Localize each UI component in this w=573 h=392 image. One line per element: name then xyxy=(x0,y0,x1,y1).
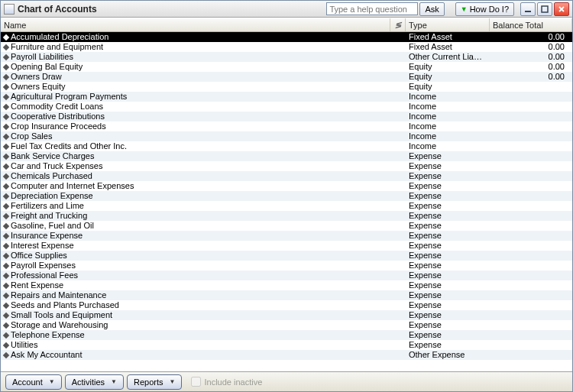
diamond-icon xyxy=(3,163,9,169)
lightning-icon: ≶ xyxy=(395,21,401,29)
account-name-cell: Repairs and Maintenance xyxy=(1,290,390,300)
account-type-cell: Income xyxy=(406,121,490,131)
table-row[interactable]: Fuel Tax Credits and Other Inc.Income xyxy=(1,141,572,151)
table-row[interactable]: Commodity Credit LoansIncome xyxy=(1,102,572,112)
table-row[interactable]: Small Tools and EquipmentExpense xyxy=(1,310,572,320)
diamond-icon xyxy=(3,292,9,298)
chart-of-accounts-window: Chart of Accounts Ask ▼ How Do I? Name ≶… xyxy=(0,0,573,392)
table-row[interactable]: Payroll LiabilitiesOther Current Liabi..… xyxy=(1,52,572,62)
table-row[interactable]: Professional FeesExpense xyxy=(1,271,572,280)
table-row[interactable]: Cooperative DistributionsIncome xyxy=(1,112,572,121)
diamond-icon xyxy=(3,312,9,318)
table-row[interactable]: Repairs and MaintenanceExpense xyxy=(1,290,572,300)
account-name: Payroll Liabilities xyxy=(11,52,73,62)
table-row[interactable]: Owners DrawEquity0.00 xyxy=(1,72,572,82)
account-name-cell: Commodity Credit Loans xyxy=(1,102,390,112)
table-row[interactable]: Fertilizers and LimeExpense xyxy=(1,201,572,211)
table-row[interactable]: Accumulated DepreciationFixed Asset0.00 xyxy=(1,32,572,42)
diamond-icon xyxy=(3,103,9,109)
table-row[interactable]: Storage and WarehousingExpense xyxy=(1,320,572,330)
how-do-i-button[interactable]: ▼ How Do I? xyxy=(455,2,514,16)
online-cell xyxy=(390,320,406,330)
account-name-cell: Bank Service Charges xyxy=(1,151,390,161)
account-name: Seeds and Plants Purchased xyxy=(11,300,119,310)
table-row[interactable]: Payroll ExpensesExpense xyxy=(1,261,572,271)
window-title: Chart of Accounts xyxy=(18,4,97,15)
diamond-icon xyxy=(3,242,9,248)
balance-cell xyxy=(490,271,572,280)
balance-cell xyxy=(490,350,572,360)
help-search-input[interactable] xyxy=(326,2,418,15)
account-type-cell: Expense xyxy=(406,241,490,251)
diamond-icon xyxy=(3,153,9,159)
account-type-cell: Income xyxy=(406,92,490,102)
account-name-cell: Gasoline, Fuel and Oil xyxy=(1,221,390,231)
account-type-cell: Expense xyxy=(406,290,490,300)
table-row[interactable]: UtilitiesExpense xyxy=(1,340,572,350)
table-row[interactable]: Computer and Internet ExpensesExpense xyxy=(1,181,572,191)
online-cell xyxy=(390,310,406,320)
account-name-cell: Owners Draw xyxy=(1,72,390,82)
account-name: Crop Insurance Proceeds xyxy=(11,121,106,131)
table-row[interactable]: Agricultural Program PaymentsIncome xyxy=(1,92,572,102)
include-inactive-wrapper: Include inactive xyxy=(191,377,262,387)
balance-cell xyxy=(490,151,572,161)
balance-cell xyxy=(490,241,572,251)
account-name: Professional Fees xyxy=(11,271,78,280)
table-row[interactable]: Seeds and Plants PurchasedExpense xyxy=(1,300,572,310)
account-name-cell: Owners Equity xyxy=(1,82,390,92)
table-row[interactable]: Depreciation ExpenseExpense xyxy=(1,191,572,201)
balance-cell: 0.00 xyxy=(490,42,572,52)
header-online[interactable]: ≶ xyxy=(390,18,406,31)
reports-menu-button[interactable]: Reports▼ xyxy=(127,374,182,390)
table-row[interactable]: Telephone ExpenseExpense xyxy=(1,330,572,340)
maximize-button[interactable] xyxy=(537,2,552,16)
ask-button[interactable]: Ask xyxy=(419,2,444,16)
table-row[interactable]: Bank Service ChargesExpense xyxy=(1,151,572,161)
account-name-cell: Crop Sales xyxy=(1,131,390,141)
activities-menu-button[interactable]: Activities▼ xyxy=(65,374,124,390)
header-name[interactable]: Name xyxy=(1,18,390,31)
account-type-cell: Equity xyxy=(406,82,490,92)
online-cell xyxy=(390,251,406,261)
table-row[interactable]: Insurance ExpenseExpense xyxy=(1,231,572,241)
account-type-cell: Expense xyxy=(406,251,490,261)
balance-cell: 0.00 xyxy=(490,52,572,62)
table-row[interactable]: Crop Insurance ProceedsIncome xyxy=(1,121,572,131)
table-row[interactable]: Ask My AccountantOther Expense xyxy=(1,350,572,360)
online-cell xyxy=(390,151,406,161)
diamond-icon xyxy=(3,93,9,99)
table-row[interactable]: Furniture and EquipmentFixed Asset0.00 xyxy=(1,42,572,52)
table-row[interactable]: Owners EquityEquity xyxy=(1,82,572,92)
table-row[interactable]: Gasoline, Fuel and OilExpense xyxy=(1,221,572,231)
account-type-cell: Expense xyxy=(406,191,490,201)
account-type-cell: Expense xyxy=(406,211,490,221)
balance-cell xyxy=(490,320,572,330)
account-name-cell: Crop Insurance Proceeds xyxy=(1,121,390,131)
balance-cell xyxy=(490,261,572,271)
table-row[interactable]: Interest ExpenseExpense xyxy=(1,241,572,251)
close-button[interactable] xyxy=(554,2,569,16)
table-row[interactable]: Car and Truck ExpensesExpense xyxy=(1,161,572,171)
table-row[interactable]: Crop SalesIncome xyxy=(1,131,572,141)
header-type[interactable]: Type xyxy=(406,18,490,31)
minimize-button[interactable] xyxy=(520,2,536,16)
account-type-cell: Other Expense xyxy=(406,350,490,360)
account-name: Car and Truck Expenses xyxy=(11,161,102,171)
table-row[interactable]: Freight and TruckingExpense xyxy=(1,211,572,221)
header-balance[interactable]: Balance Total xyxy=(490,18,572,31)
diamond-icon xyxy=(3,302,9,308)
table-row[interactable]: Opening Bal EquityEquity0.00 xyxy=(1,62,572,72)
account-list[interactable]: Accumulated DepreciationFixed Asset0.00F… xyxy=(1,32,572,371)
account-type-cell: Expense xyxy=(406,161,490,171)
diamond-icon xyxy=(3,173,9,179)
table-row[interactable]: Chemicals PurchasedExpense xyxy=(1,171,572,181)
account-type-cell: Equity xyxy=(406,62,490,72)
account-name-cell: Small Tools and Equipment xyxy=(1,310,390,320)
account-menu-button[interactable]: Account▼ xyxy=(5,374,62,390)
account-name: Fuel Tax Credits and Other Inc. xyxy=(11,141,127,151)
table-row[interactable]: Office SuppliesExpense xyxy=(1,251,572,261)
online-cell xyxy=(390,350,406,360)
table-row[interactable]: Rent ExpenseExpense xyxy=(1,280,572,290)
account-type-cell: Expense xyxy=(406,231,490,241)
